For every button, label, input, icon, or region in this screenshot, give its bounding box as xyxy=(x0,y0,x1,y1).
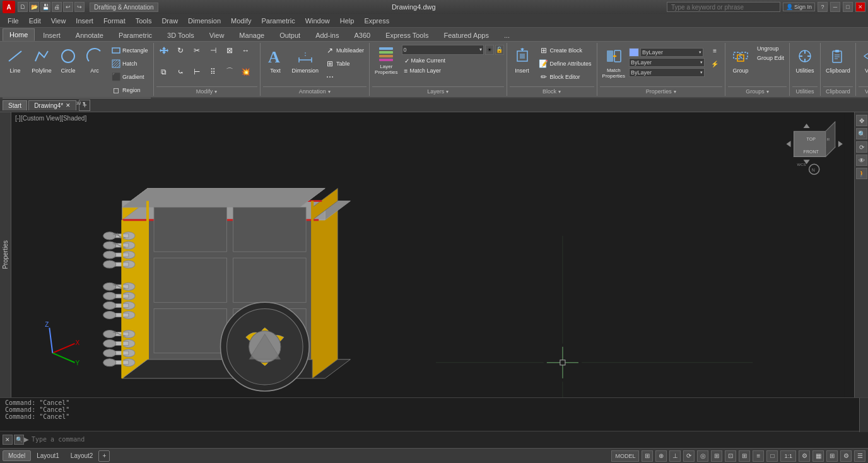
insert-button[interactable]: Insert xyxy=(510,44,535,76)
tab-3d-tools[interactable]: 3D Tools xyxy=(160,29,201,41)
groups-label[interactable]: Groups ▾ xyxy=(728,86,787,95)
extend-button[interactable]: ⊢ xyxy=(189,66,204,78)
tab-express-tools[interactable]: Express Tools xyxy=(378,29,435,41)
line-button[interactable]: Line xyxy=(3,44,28,76)
new-button[interactable]: 🗋 xyxy=(18,2,28,12)
help-button[interactable]: ? xyxy=(818,2,828,12)
copy-button[interactable]: ⧉ xyxy=(156,66,172,78)
doc-tab-drawing4[interactable]: Drawing4* ✕ xyxy=(28,100,76,110)
ui-settings-button[interactable]: ☰ xyxy=(854,450,865,462)
properties-dropdown-arrow[interactable]: ▾ xyxy=(674,89,676,95)
dimension-button[interactable]: Dimension xyxy=(290,44,322,76)
zoom-tool-button[interactable]: 🔍 xyxy=(856,128,867,139)
tab-output[interactable]: Output xyxy=(273,29,307,41)
match-layer-button[interactable]: ≡ Match Layer xyxy=(402,66,504,76)
menu-view[interactable]: View xyxy=(46,16,71,26)
sign-in-button[interactable]: 👤 Sign In xyxy=(783,3,815,11)
linetype-dropdown[interactable]: ByLayer▾ xyxy=(629,58,705,67)
hatch-button[interactable]: Hatch xyxy=(108,57,151,70)
offset-button[interactable]: ⤿ xyxy=(173,66,188,78)
model-indicator[interactable]: MODEL xyxy=(611,450,639,462)
mirror-button[interactable]: ⊣ xyxy=(206,44,221,57)
annotation-dropdown-arrow[interactable]: ▾ xyxy=(328,89,331,95)
menu-dimension[interactable]: Dimension xyxy=(183,16,226,26)
block-label[interactable]: Block ▾ xyxy=(510,86,594,95)
menu-format[interactable]: Format xyxy=(98,16,131,26)
menu-window[interactable]: Window xyxy=(300,16,335,26)
properties-side-panel[interactable]: Properties xyxy=(0,112,11,397)
close-button[interactable]: ✕ xyxy=(855,2,865,12)
layer-freeze-icon[interactable]: ☀ xyxy=(485,45,494,55)
arc-button[interactable]: Arc xyxy=(82,44,107,76)
trim-button[interactable]: ✂ xyxy=(189,44,204,57)
block-editor-button[interactable]: ✏ Block Editor xyxy=(536,71,594,83)
menu-edit[interactable]: Edit xyxy=(24,16,46,26)
save-button[interactable]: 💾 xyxy=(40,2,50,12)
command-input[interactable] xyxy=(32,436,865,443)
minimize-button[interactable]: ─ xyxy=(830,2,840,12)
view-button[interactable]: View xyxy=(859,44,868,76)
ducs-button[interactable]: ⊡ xyxy=(725,450,736,462)
block-dropdown-arrow[interactable]: ▾ xyxy=(558,89,561,95)
scale-button[interactable]: ⊠ xyxy=(222,44,237,57)
pan-tool-button[interactable]: ✥ xyxy=(856,115,867,126)
settings-button[interactable]: ⚙ xyxy=(799,450,810,462)
region-button[interactable]: ◻ Region xyxy=(108,84,151,97)
stretch-button[interactable]: ↔ xyxy=(238,44,254,57)
explode-button[interactable]: 💥 xyxy=(238,66,254,78)
undo-button[interactable]: ↩ xyxy=(63,2,73,12)
ungroup-button[interactable]: Ungroup xyxy=(754,44,787,53)
lw-button[interactable]: ≡ xyxy=(753,450,764,462)
list-properties-button[interactable]: ≡ xyxy=(707,44,722,57)
modify-dropdown-arrow[interactable]: ▾ xyxy=(214,89,217,95)
group-edit-button[interactable]: Group Edit xyxy=(754,54,787,62)
menu-insert[interactable]: Insert xyxy=(71,16,98,26)
model-tab[interactable]: Model xyxy=(3,450,31,461)
workspace-dropdown[interactable]: Drafting & Annotation xyxy=(90,3,158,12)
menu-tools[interactable]: Tools xyxy=(131,16,157,26)
look-tool-button[interactable]: 👁 xyxy=(856,155,867,166)
tmodel-button[interactable]: □ xyxy=(766,450,778,462)
tab-featured-apps[interactable]: Featured Apps xyxy=(437,29,496,41)
otrack-button[interactable]: ⊞ xyxy=(711,450,722,462)
fillet-button[interactable]: ⌒ xyxy=(222,66,237,78)
group-button[interactable]: Group xyxy=(728,44,753,76)
grid-button[interactable]: ⊞ xyxy=(642,450,653,462)
command-scroll[interactable] xyxy=(859,398,868,432)
polyline-button[interactable]: Polyline xyxy=(29,44,54,76)
move-button[interactable] xyxy=(156,44,172,57)
doc-tab-start[interactable]: Start xyxy=(3,100,27,110)
cmd-search-button[interactable]: 🔍 xyxy=(14,435,24,445)
layout1-tab[interactable]: Layout1 xyxy=(31,450,65,461)
redo-button[interactable]: ↪ xyxy=(74,2,85,12)
lineweight-dropdown[interactable]: ByLayer▾ xyxy=(629,68,705,77)
layout2-tab[interactable]: Layout2 xyxy=(65,450,99,461)
osnap-button[interactable]: ◎ xyxy=(697,450,708,462)
ortho-button[interactable]: ⊥ xyxy=(669,450,681,462)
tab-parametric[interactable]: Parametric xyxy=(112,29,159,41)
print-button[interactable]: 🖨 xyxy=(52,2,62,12)
annotation-scale-button[interactable]: ⊞ xyxy=(826,450,838,462)
modify-label[interactable]: Modify ▾ xyxy=(156,86,257,95)
tab-addins[interactable]: Add-ins xyxy=(308,29,346,41)
rotate-button[interactable]: ↻ xyxy=(173,44,188,57)
properties-label[interactable]: Properties ▾ xyxy=(600,86,722,95)
table-button[interactable]: ⊞ Table xyxy=(322,57,367,70)
menu-express[interactable]: Express xyxy=(359,16,394,26)
array-button[interactable]: ⠿ xyxy=(206,66,221,78)
search-input[interactable] xyxy=(667,2,780,12)
restore-button[interactable]: □ xyxy=(843,2,853,12)
match-properties-button[interactable]: MatchProperties xyxy=(600,44,628,81)
menu-modify[interactable]: Modify xyxy=(226,16,256,26)
workspace-button[interactable]: ⚙ xyxy=(840,450,852,462)
gradient-button[interactable]: ⬛ Gradient xyxy=(108,71,151,83)
polar-button[interactable]: ⟳ xyxy=(683,450,695,462)
circle-button[interactable]: Circle xyxy=(56,44,81,76)
menu-draw[interactable]: Draw xyxy=(156,16,183,26)
layer-selector[interactable]: 0▾ xyxy=(402,45,484,55)
zoom-level[interactable]: 1:1 xyxy=(780,450,796,462)
rectangle-button[interactable]: Rectangle xyxy=(108,44,151,57)
utilities-button[interactable]: Utilities xyxy=(792,44,818,76)
multileader-button[interactable]: ↗ Multileader xyxy=(322,44,367,57)
add-layout-button[interactable]: + xyxy=(98,450,110,462)
